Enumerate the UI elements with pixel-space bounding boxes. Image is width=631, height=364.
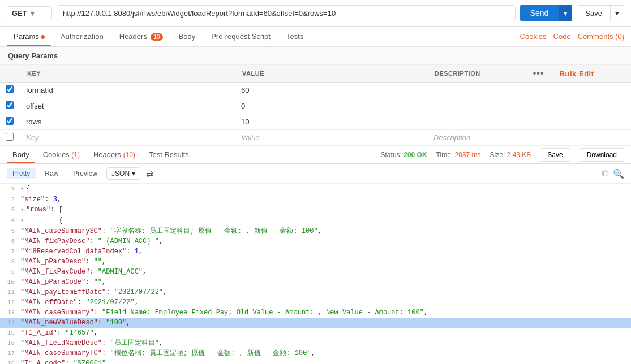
save-button-group: Save ▾ bbox=[577, 5, 624, 21]
json-line: 7"M18ReservedCol_dataIndex": 1, bbox=[0, 246, 631, 257]
tab-body[interactable]: Body bbox=[172, 27, 203, 46]
status-label: Status: 200 OK bbox=[381, 151, 427, 159]
json-line: 8"MAIN_pParaDesc": "", bbox=[0, 257, 631, 267]
response-meta: Status: 200 OK Time: 2037 ms Size: 2.43 … bbox=[381, 148, 624, 162]
cookies-link[interactable]: Cookies bbox=[520, 32, 547, 41]
params-dot bbox=[41, 35, 45, 39]
json-editor: 1▾{2"size": 3,3▾"rows": [4▾ {5"MAIN_case… bbox=[0, 184, 631, 364]
row-value-1: 0 bbox=[241, 102, 245, 110]
json-chevron-icon: ▾ bbox=[132, 170, 135, 177]
method-select[interactable]: GET ▾ bbox=[7, 6, 52, 20]
json-line: 12"MAIN_effDate": "2021/07/22", bbox=[0, 297, 631, 307]
row-checkbox-0[interactable] bbox=[6, 85, 14, 93]
row-checkbox-2[interactable] bbox=[6, 117, 14, 125]
json-line: 13"MAIN_caseSummary": "Field Name: Emplo… bbox=[0, 307, 631, 318]
row-key-0: formatId bbox=[26, 86, 53, 94]
row-key-2: rows bbox=[26, 118, 41, 126]
tab-headers[interactable]: Headers 10 bbox=[113, 27, 170, 46]
method-chevron-icon: ▾ bbox=[31, 9, 35, 18]
wrap-icon[interactable]: ⇄ bbox=[146, 168, 153, 179]
send-dropdown-button[interactable]: ▾ bbox=[559, 5, 572, 21]
row-checkbox-empty[interactable] bbox=[6, 133, 14, 141]
table-row: rows 10 bbox=[0, 114, 631, 130]
time-label: Time: 2037 ms bbox=[436, 151, 481, 159]
json-line: 18"T1_A_code": "SZ0001", bbox=[0, 358, 631, 364]
query-params-header: Query Params bbox=[0, 47, 631, 65]
json-line: 3▾"rows": [ bbox=[0, 205, 631, 215]
col-description: DESCRIPTION bbox=[428, 65, 525, 83]
response-tab-headers[interactable]: Headers (10) bbox=[88, 146, 141, 163]
col-key: KEY bbox=[20, 65, 235, 83]
json-line: 5"MAIN_caseSummarySC": "字段名称: 员工固定科目; 原值… bbox=[0, 226, 631, 236]
json-line: 1▾{ bbox=[0, 184, 631, 194]
response-tab-test-results[interactable]: Test Results bbox=[143, 146, 195, 163]
params-table: KEY VALUE DESCRIPTION ••• Bulk Edit form… bbox=[0, 65, 631, 146]
time-value: 2037 ms bbox=[455, 151, 481, 159]
row-key-1: offset bbox=[26, 102, 44, 110]
format-bar: Pretty Raw Preview JSON ▾ ⇄ ⧉ 🔍 bbox=[0, 164, 631, 184]
json-line: 6"MAIN_fixPayDesc": " (ADMIN_ACC) ", bbox=[0, 236, 631, 246]
response-tabs-bar: Body Cookies (1) Headers (10) Test Resul… bbox=[0, 146, 631, 164]
json-line: 11"MAIN_payItemEffDate": "2021/07/22", bbox=[0, 287, 631, 297]
json-line: 4▾ { bbox=[0, 215, 631, 226]
format-tab-raw[interactable]: Raw bbox=[39, 168, 64, 179]
right-links: Cookies Code Comments (0) bbox=[520, 32, 624, 41]
params-area: Query Params KEY VALUE DESCRIPTION ••• B… bbox=[0, 47, 631, 146]
size-value: 2.43 KB bbox=[507, 151, 531, 159]
json-line: 2"size": 3, bbox=[0, 194, 631, 205]
table-row-empty: Key Value Description bbox=[0, 130, 631, 146]
json-line: 14"MAIN_newValueDesc": "100", bbox=[0, 318, 631, 328]
json-format-select[interactable]: JSON ▾ bbox=[106, 167, 140, 180]
response-download-button[interactable]: Download bbox=[580, 148, 624, 162]
tab-pre-request-script[interactable]: Pre-request Script bbox=[204, 27, 277, 46]
row-value-2: 10 bbox=[241, 118, 249, 126]
empty-key: Key bbox=[26, 133, 38, 142]
json-line: 15"T1_A_id": "14657", bbox=[0, 328, 631, 338]
send-button-group: Send ▾ bbox=[520, 5, 573, 21]
send-button[interactable]: Send bbox=[520, 5, 559, 21]
table-row: formatId 60 bbox=[0, 83, 631, 98]
save-dropdown-button[interactable]: ▾ bbox=[610, 6, 624, 21]
response-save-button[interactable]: Save bbox=[540, 148, 570, 162]
tab-params[interactable]: Params bbox=[7, 27, 51, 46]
top-bar: GET ▾ Send ▾ Save ▾ bbox=[0, 0, 631, 27]
url-input[interactable] bbox=[57, 5, 516, 21]
json-line: 10"MAIN_pParaCode": "", bbox=[0, 277, 631, 287]
tab-tests[interactable]: Tests bbox=[280, 27, 310, 46]
format-right-buttons: ⧉ 🔍 bbox=[602, 168, 624, 179]
comments-link[interactable]: Comments (0) bbox=[578, 32, 624, 41]
json-editor-scroll[interactable]: 1▾{2"size": 3,3▾"rows": [4▾ {5"MAIN_case… bbox=[0, 184, 631, 364]
search-button[interactable]: 🔍 bbox=[613, 168, 624, 179]
empty-desc: Description bbox=[433, 133, 470, 142]
collapse-icon[interactable]: ▾ bbox=[20, 216, 24, 226]
table-row: offset 0 bbox=[0, 98, 631, 114]
json-line: 17"MAIN_caseSummaryTC": "欄位名稱: 員工固定項; 原值… bbox=[0, 348, 631, 358]
row-value-0: 60 bbox=[241, 86, 249, 94]
json-line: 16"MAIN_fieldNameDesc": "员工固定科目", bbox=[0, 338, 631, 348]
response-tab-cookies[interactable]: Cookies (1) bbox=[37, 146, 85, 163]
empty-value: Value bbox=[241, 133, 260, 142]
app-container: GET ▾ Send ▾ Save ▾ Params Authorization… bbox=[0, 0, 631, 364]
copy-button[interactable]: ⧉ bbox=[602, 168, 608, 179]
col-value: VALUE bbox=[235, 65, 428, 83]
collapse-icon[interactable]: ▾ bbox=[20, 184, 24, 194]
save-button[interactable]: Save bbox=[577, 6, 610, 21]
collapse-icon[interactable]: ▾ bbox=[20, 205, 24, 215]
method-label: GET bbox=[12, 9, 27, 18]
response-tab-body[interactable]: Body bbox=[7, 146, 35, 163]
more-options-icon[interactable]: ••• bbox=[533, 68, 544, 78]
request-tabs-bar: Params Authorization Headers 10 Body Pre… bbox=[0, 27, 631, 47]
size-label: Size: 2.43 KB bbox=[490, 151, 531, 159]
code-link[interactable]: Code bbox=[553, 32, 571, 41]
json-line: 9"MAIN_fixPayCode": "ADMIN_ACC", bbox=[0, 267, 631, 277]
status-value: 200 OK bbox=[404, 151, 427, 159]
response-area: Body Cookies (1) Headers (10) Test Resul… bbox=[0, 146, 631, 364]
row-checkbox-1[interactable] bbox=[6, 101, 14, 109]
format-tab-preview[interactable]: Preview bbox=[67, 168, 103, 179]
bulk-edit-button[interactable]: Bulk Edit bbox=[560, 70, 594, 78]
format-tab-pretty[interactable]: Pretty bbox=[7, 168, 36, 179]
tab-authorization[interactable]: Authorization bbox=[54, 27, 110, 46]
